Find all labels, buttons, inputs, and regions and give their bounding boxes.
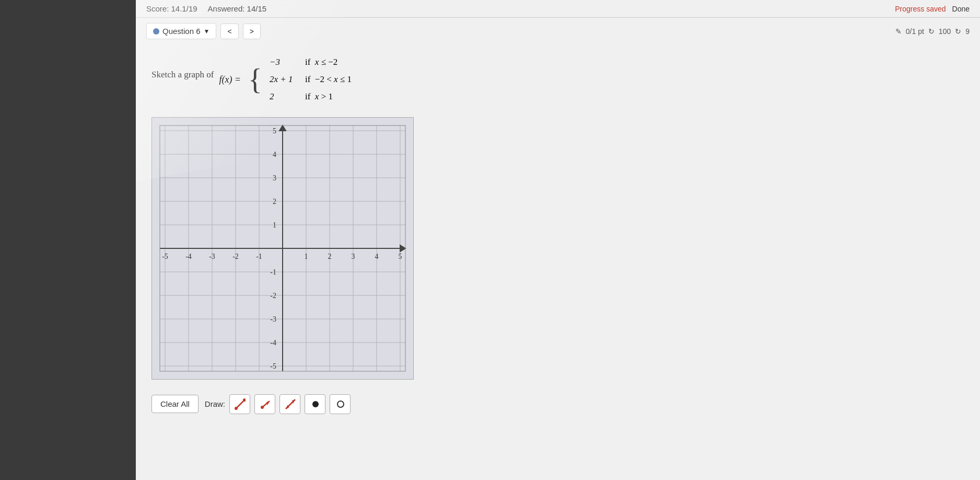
svg-text:1: 1 xyxy=(273,221,276,229)
svg-text:1: 1 xyxy=(305,253,308,260)
header-bar: Score: 14.1/19 Answered: 14/15 Progress … xyxy=(136,0,980,18)
case-1-value: −3 xyxy=(270,55,301,70)
svg-text:-2: -2 xyxy=(232,253,239,260)
dropdown-arrow-icon: ▼ xyxy=(204,28,210,35)
svg-point-55 xyxy=(312,401,319,407)
svg-text:5: 5 xyxy=(399,253,402,260)
case-2: 2x + 1 if −2 < x ≤ 1 xyxy=(270,72,352,87)
graph-svg[interactable]: -5 -4 -3 -2 -1 1 2 3 4 5 5 4 3 xyxy=(152,118,413,379)
case-3: 2 if x > 1 xyxy=(270,89,352,105)
case-1: −3 if x ≤ −2 xyxy=(270,55,352,70)
prev-question-button[interactable]: < xyxy=(220,24,238,39)
answered-text: Answered: 14/15 xyxy=(208,4,267,13)
svg-marker-51 xyxy=(266,401,270,405)
main-content: Score: 14.1/19 Answered: 14/15 Progress … xyxy=(136,0,980,480)
svg-text:4: 4 xyxy=(273,151,276,158)
svg-text:3: 3 xyxy=(352,253,355,260)
question-dot xyxy=(153,28,159,35)
case-2-value: 2x + 1 xyxy=(270,72,301,87)
points-text: 0/1 pt xyxy=(906,27,924,36)
graph-container[interactable]: -5 -4 -3 -2 -1 1 2 3 4 5 5 4 3 xyxy=(151,117,414,380)
score-text: Score: 14.1/19 xyxy=(146,4,197,13)
svg-text:3: 3 xyxy=(273,174,276,182)
case-1-condition: if x ≤ −2 xyxy=(305,55,337,70)
open-point-tool-button[interactable] xyxy=(330,394,351,414)
next-question-button[interactable]: > xyxy=(243,24,261,39)
svg-text:2: 2 xyxy=(273,198,276,205)
svg-text:2: 2 xyxy=(328,253,332,260)
point-icon xyxy=(309,398,321,410)
ray-tool-button[interactable] xyxy=(254,394,275,414)
svg-text:-4: -4 xyxy=(185,253,192,260)
svg-text:-1: -1 xyxy=(270,268,276,276)
case-3-value: 2 xyxy=(270,89,301,105)
sketch-label: Sketch a graph of xyxy=(151,67,214,82)
question-body: Sketch a graph of f(x) = { −3 if x ≤ −2 … xyxy=(136,44,980,425)
line-segment-icon xyxy=(234,398,246,410)
svg-line-46 xyxy=(236,400,244,408)
open-point-icon xyxy=(334,398,346,410)
svg-text:-5: -5 xyxy=(270,362,276,370)
header-left: Score: 14.1/19 Answered: 14/15 xyxy=(146,4,266,13)
toolbar: Clear All Draw: xyxy=(151,394,964,414)
question-nav: Question 6 ▼ < > ✎ 0/1 pt ↻ 100 ↻ 9 xyxy=(136,18,980,44)
svg-text:-2: -2 xyxy=(270,292,276,300)
line-tool-button[interactable] xyxy=(279,394,300,414)
svg-point-50 xyxy=(261,406,264,409)
point-tool-button[interactable] xyxy=(305,394,325,414)
ray-icon xyxy=(259,398,271,410)
done-button[interactable]: Done xyxy=(952,5,970,13)
svg-text:4: 4 xyxy=(375,253,379,260)
line-icon xyxy=(284,398,296,410)
case-2-condition: if −2 < x ≤ 1 xyxy=(305,72,352,87)
case-3-condition: if x > 1 xyxy=(305,89,333,105)
progress-saved-text: Progress saved xyxy=(895,5,946,13)
svg-text:-4: -4 xyxy=(270,339,276,347)
svg-text:-5: -5 xyxy=(162,253,168,260)
history-count: 9 xyxy=(965,27,970,36)
header-right: Progress saved Done xyxy=(895,5,970,13)
piecewise-cases: −3 if x ≤ −2 2x + 1 if −2 < x ≤ 1 2 if x… xyxy=(270,55,352,105)
svg-text:-3: -3 xyxy=(270,315,276,323)
left-sidebar xyxy=(0,0,136,480)
svg-point-47 xyxy=(235,407,238,410)
left-brace: { xyxy=(248,65,262,94)
svg-text:-1: -1 xyxy=(256,253,262,260)
svg-point-56 xyxy=(337,401,344,407)
clear-all-button[interactable]: Clear All xyxy=(151,395,199,413)
history-icon: ↻ xyxy=(955,27,961,36)
edit-icon: ✎ xyxy=(895,27,902,36)
piecewise-container: Sketch a graph of f(x) = { −3 if x ≤ −2 … xyxy=(151,55,964,105)
retry-icon: ↻ xyxy=(928,27,935,36)
svg-text:-3: -3 xyxy=(209,253,215,260)
fx-label: f(x) = xyxy=(219,74,241,85)
points-badge: ✎ 0/1 pt ↻ 100 ↻ 9 xyxy=(895,27,970,36)
question-label: Question 6 xyxy=(162,27,201,36)
retry-count: 100 xyxy=(939,27,951,36)
line-segment-tool-button[interactable] xyxy=(229,394,250,414)
draw-label: Draw: xyxy=(205,399,225,408)
svg-text:5: 5 xyxy=(273,127,276,135)
question-dropdown[interactable]: Question 6 ▼ xyxy=(146,23,216,39)
